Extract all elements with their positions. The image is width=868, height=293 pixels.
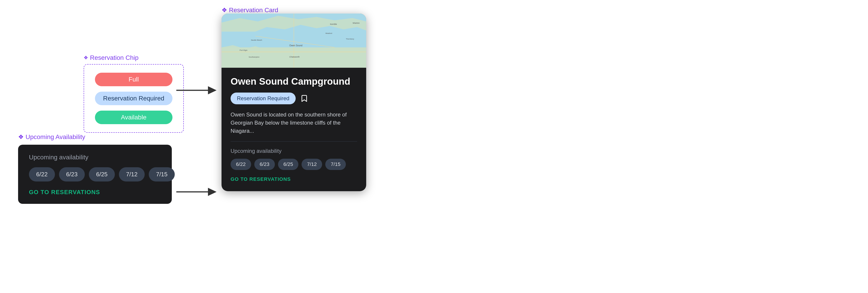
card-go-reservations-button[interactable]: GO TO RESERVATIONS <box>230 176 357 182</box>
svg-text:Chatsworth: Chatsworth <box>289 56 300 58</box>
svg-text:Thornbury: Thornbury <box>346 38 354 40</box>
card-divider <box>230 141 357 142</box>
chip-section-label: ❖ Reservation Chip <box>84 54 184 62</box>
chip-section: ❖ Reservation Chip Full Reservation Requ… <box>84 54 184 133</box>
date-chip-2[interactable]: 6/25 <box>89 167 115 182</box>
card-date-chips: 6/22 6/23 6/25 7/12 7/15 <box>230 159 357 170</box>
map-area: Owen Sound Meaford Sauble Beach Thornbur… <box>221 13 366 68</box>
chip-reservation[interactable]: Reservation Required <box>95 91 173 105</box>
card-chips-row: Reservation Required <box>230 93 357 104</box>
date-chip-0[interactable]: 6/22 <box>29 167 55 182</box>
avail-section-text: Upcoming Availability <box>26 134 85 141</box>
date-chip-4[interactable]: 7/15 <box>149 167 175 182</box>
card-description: Owen Sound is located on the southern sh… <box>230 111 357 135</box>
card-date-chip-3[interactable]: 7/12 <box>302 159 322 170</box>
card-body: Owen Sound Campground Reservation Requir… <box>221 68 366 191</box>
svg-text:Wiarton: Wiarton <box>352 22 360 24</box>
card-section-label: ❖ Reservation Card <box>221 6 278 14</box>
card-reservation-chip[interactable]: Reservation Required <box>230 93 296 104</box>
card-date-chip-4[interactable]: 7/15 <box>325 159 346 170</box>
date-chip-1[interactable]: 6/23 <box>59 167 85 182</box>
avail-diamond-icon: ❖ <box>18 133 24 141</box>
reservation-card: Owen Sound Meaford Sauble Beach Thornbur… <box>221 13 366 191</box>
card-avail-text: Upcoming availability <box>230 148 357 154</box>
avail-upcoming-text: Upcoming availability <box>29 154 161 161</box>
avail-section-label: ❖ Upcoming Availability <box>18 133 172 141</box>
card-title: Owen Sound Campground <box>230 76 357 87</box>
svg-text:Port Elgin: Port Elgin <box>240 49 248 51</box>
card-date-chip-1[interactable]: 6/23 <box>254 159 275 170</box>
chip-full[interactable]: Full <box>95 73 173 86</box>
go-reservations-button[interactable]: GO TO RESERVATIONS <box>29 189 161 196</box>
chip-box: Full Reservation Required Available <box>84 64 184 133</box>
svg-text:Sauble Beach: Sauble Beach <box>251 39 262 41</box>
card-date-chip-2[interactable]: 6/25 <box>278 159 299 170</box>
card-date-chip-0[interactable]: 6/22 <box>230 159 251 170</box>
avail-box: Upcoming availability 6/22 6/23 6/25 7/1… <box>18 145 172 204</box>
arrow-avail-to-card <box>176 185 217 199</box>
svg-text:Kemble: Kemble <box>330 23 337 25</box>
card-section-text: Reservation Card <box>229 6 278 14</box>
bookmark-icon[interactable] <box>300 94 308 103</box>
avail-date-chips: 6/22 6/23 6/25 7/12 7/15 <box>29 167 161 182</box>
svg-text:Meaford: Meaford <box>326 32 332 34</box>
date-chip-3[interactable]: 7/12 <box>119 167 145 182</box>
chip-available[interactable]: Available <box>95 111 173 124</box>
chip-section-text: Reservation Chip <box>90 54 138 62</box>
chip-section-diamond-icon: ❖ <box>84 55 88 61</box>
svg-marker-1 <box>208 86 217 94</box>
svg-text:Southampton: Southampton <box>249 56 259 58</box>
svg-marker-3 <box>208 188 217 196</box>
arrow-chip-to-card <box>176 83 217 97</box>
card-section-diamond-icon: ❖ <box>221 6 227 14</box>
svg-text:Owen Sound: Owen Sound <box>289 44 303 47</box>
avail-section: ❖ Upcoming Availability Upcoming availab… <box>18 133 172 204</box>
